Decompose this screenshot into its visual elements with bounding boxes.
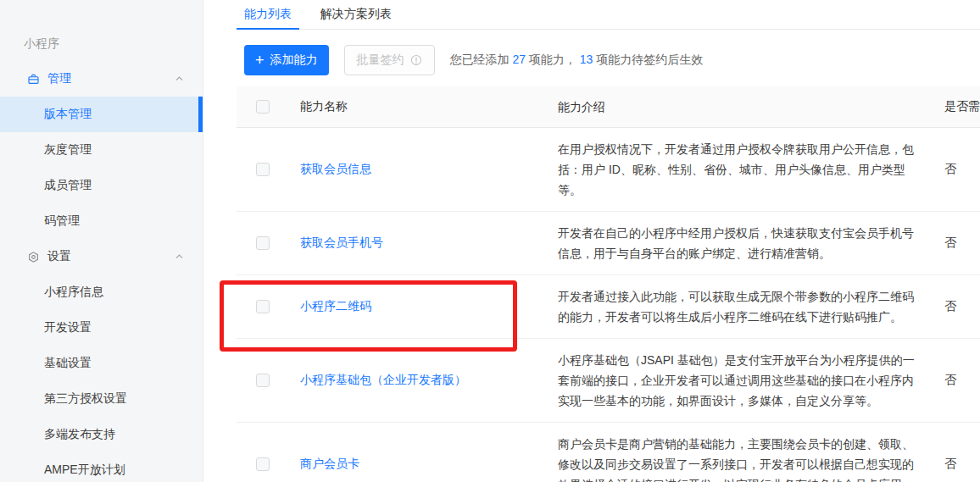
capability-description: 商户会员卡是商户营销的基础能力，主要围绕会员卡的创建、领取、修改以及同步交易设置…	[558, 434, 944, 482]
row-checkbox-cell	[237, 374, 300, 387]
sidebar-item-settings-group[interactable]: 设置	[0, 239, 203, 274]
sidebar-item-label: 版本管理	[44, 107, 92, 122]
capability-table: 能力名称 能力介绍 是否需要签约 获取会员信息在用户授权情况下，开发者通过用户授…	[237, 86, 980, 482]
sidebar: 小程序 管理版本管理灰度管理成员管理码管理设置小程序信息开发设置基础设置第三方授…	[0, 0, 203, 482]
gear-icon	[27, 251, 40, 263]
need-sign-value: 否	[944, 235, 980, 251]
sidebar-section-label: 小程序	[0, 25, 203, 61]
need-sign-value: 否	[944, 299, 980, 314]
select-all-cell	[237, 100, 300, 114]
row-checkbox-cell	[237, 457, 300, 471]
row-checkbox-cell	[237, 300, 300, 313]
sidebar-item-label: 设置	[47, 249, 71, 264]
tab-solution-list[interactable]: 解决方案列表	[313, 0, 399, 29]
capability-link[interactable]: 小程序基础包（企业开发者版）	[300, 373, 558, 388]
add-capability-button[interactable]: + 添加能力	[244, 45, 329, 75]
plus-icon: +	[255, 53, 264, 68]
sidebar-item-code-management[interactable]: 码管理	[0, 203, 203, 239]
sidebar-item-version-management[interactable]: 版本管理	[0, 97, 203, 132]
briefcase-icon	[27, 73, 40, 86]
sidebar-item-label: 第三方授权设置	[44, 391, 127, 407]
sidebar-nav: 管理版本管理灰度管理成员管理码管理设置小程序信息开发设置基础设置第三方授权设置多…	[0, 61, 203, 482]
status-middle: 项能力，	[526, 53, 580, 66]
row-checkbox-cell	[237, 236, 300, 250]
status-text: 您已经添加 27 项能力， 13 项能力待签约后生效	[450, 53, 704, 68]
sidebar-item-label: 多端发布支持	[44, 427, 115, 442]
capability-link[interactable]: 获取会员信息	[300, 162, 558, 177]
need-sign-value: 否	[944, 457, 980, 472]
capability-description: 开发者在自己的小程序中经用户授权后，快速获取支付宝会员手机号信息，用于与自身平台…	[558, 223, 944, 263]
pending-count: 13	[580, 53, 593, 66]
header-need-sign: 是否需要签约	[944, 99, 980, 114]
sidebar-item-label: AMPE开放计划	[44, 463, 125, 478]
row-checkbox[interactable]	[256, 457, 270, 471]
table-row: 获取会员信息在用户授权情况下，开发者通过用户授权令牌获取用户公开信息，包括：用户…	[237, 128, 980, 212]
sidebar-item-label: 小程序信息	[44, 285, 103, 300]
capability-description: 小程序基础包（JSAPI 基础包）是支付宝开放平台为小程序提供的一套前端的接口，…	[558, 350, 944, 411]
sidebar-item-gray-release-management[interactable]: 灰度管理	[0, 132, 203, 168]
main-content: 能力列表解决方案列表 + 添加能力 批量签约 您已经添加 27 项能力， 13 …	[203, 0, 980, 482]
add-capability-label: 添加能力	[270, 53, 318, 68]
row-checkbox-cell	[237, 163, 300, 176]
sidebar-item-basic-settings[interactable]: 基础设置	[0, 346, 203, 381]
select-all-checkbox[interactable]	[256, 100, 270, 114]
table-body: 获取会员信息在用户授权情况下，开发者通过用户授权令牌获取用户公开信息，包括：用户…	[237, 128, 980, 482]
table-row: 获取会员手机号开发者在自己的小程序中经用户授权后，快速获取支付宝会员手机号信息，…	[237, 212, 980, 275]
chevron-up-icon[interactable]	[175, 252, 184, 262]
capability-link[interactable]: 商户会员卡	[300, 457, 558, 472]
sidebar-item-label: 基础设置	[44, 356, 92, 371]
table-row: 商户会员卡商户会员卡是商户营销的基础能力，主要围绕会员卡的创建、领取、修改以及同…	[237, 423, 980, 482]
chevron-up-icon[interactable]	[175, 75, 184, 84]
batch-sign-button[interactable]: 批量签约	[344, 45, 435, 75]
table-row-highlighted: 小程序二维码开发者通过接入此功能，可以获取生成无限个带参数的小程序二维码的能力，…	[237, 275, 980, 339]
tab-bar: 能力列表解决方案列表	[237, 0, 980, 30]
sidebar-item-miniapp-info[interactable]: 小程序信息	[0, 274, 203, 310]
row-checkbox[interactable]	[256, 374, 270, 387]
status-suffix: 项能力待签约后生效	[593, 53, 703, 66]
added-count: 27	[512, 53, 526, 66]
capability-description: 开发者通过接入此功能，可以获取生成无限个带参数的小程序二维码的能力，开发者可以将…	[558, 286, 944, 327]
table-header-row: 能力名称 能力介绍 是否需要签约	[237, 86, 980, 128]
need-sign-value: 否	[944, 373, 980, 388]
row-checkbox[interactable]	[256, 163, 270, 176]
capability-link[interactable]: 小程序二维码	[300, 299, 558, 314]
sidebar-item-label: 开发设置	[44, 320, 92, 335]
sidebar-item-member-management[interactable]: 成员管理	[0, 168, 203, 203]
sidebar-item-label: 成员管理	[44, 178, 92, 193]
sidebar-item-label: 码管理	[44, 213, 80, 229]
header-capability-desc: 能力介绍	[558, 97, 944, 117]
header-capability-name: 能力名称	[300, 99, 558, 114]
sidebar-item-ampe-open-plan[interactable]: AMPE开放计划	[0, 452, 203, 482]
tab-capability-list[interactable]: 能力列表	[237, 0, 299, 29]
table-row: 小程序基础包（企业开发者版）小程序基础包（JSAPI 基础包）是支付宝开放平台为…	[237, 339, 980, 423]
sidebar-item-manage-group[interactable]: 管理	[0, 61, 203, 97]
toolbar: + 添加能力 批量签约 您已经添加 27 项能力， 13 项能力待签约后生效	[244, 45, 980, 75]
row-checkbox[interactable]	[256, 236, 270, 250]
capability-link[interactable]: 获取会员手机号	[300, 235, 558, 251]
sidebar-item-label: 灰度管理	[44, 142, 92, 158]
sidebar-item-label: 管理	[47, 71, 71, 86]
need-sign-value: 否	[944, 162, 980, 177]
sidebar-item-third-party-auth[interactable]: 第三方授权设置	[0, 381, 203, 417]
app-window: 小程序 管理版本管理灰度管理成员管理码管理设置小程序信息开发设置基础设置第三方授…	[0, 0, 980, 482]
sidebar-item-multi-platform-publish[interactable]: 多端发布支持	[0, 417, 203, 452]
capability-description: 在用户授权情况下，开发者通过用户授权令牌获取用户公开信息，包括：用户 ID、昵称…	[558, 139, 944, 200]
batch-sign-label: 批量签约	[357, 53, 404, 68]
info-circle-icon	[410, 54, 422, 66]
status-prefix: 您已经添加	[450, 53, 513, 66]
row-checkbox[interactable]	[256, 300, 270, 313]
sidebar-item-dev-settings[interactable]: 开发设置	[0, 310, 203, 346]
